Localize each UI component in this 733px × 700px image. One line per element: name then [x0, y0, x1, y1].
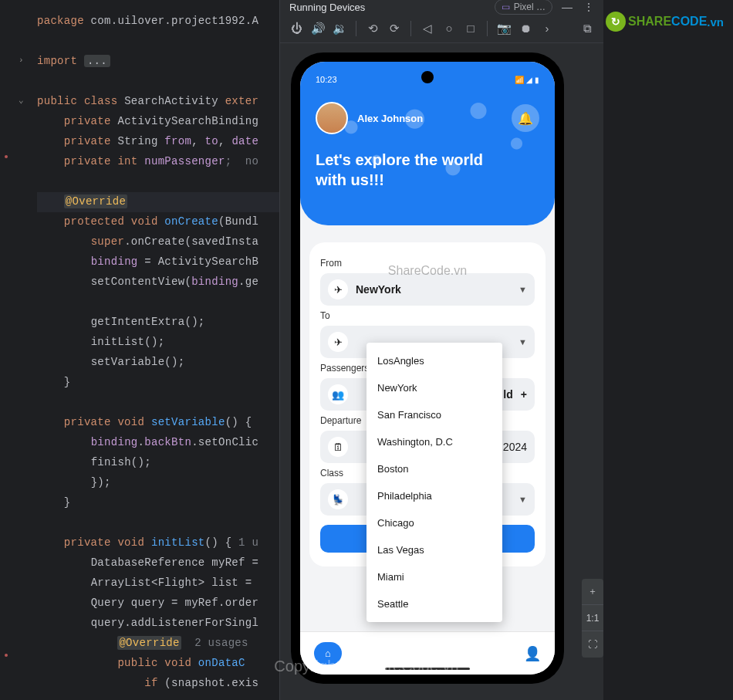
home-indicator [385, 668, 470, 670]
from-value: NewYork [356, 283, 511, 296]
phone-screen[interactable]: 10:23 📶 ◢ ▮ Alex Johnson 🔔 Let's explore… [300, 62, 555, 675]
editor-gutter: › ⌄ [0, 0, 31, 700]
people-icon: 👥 [328, 384, 348, 404]
running-devices-panel: Running Devices ▭ Pixel … ― ⋮ ⏻ 🔊 🔉 ⟲ ⟳ … [279, 0, 603, 700]
calendar-icon: 🗓 [328, 437, 348, 457]
rotate-right-icon[interactable]: ⟳ [387, 22, 401, 36]
home-icon[interactable]: ○ [442, 22, 456, 35]
username: Alex Johnson [357, 113, 423, 124]
volume-down-icon[interactable]: 🔉 [333, 22, 346, 36]
zoom-controls: ＋ 1:1 ⛶ [582, 579, 603, 658]
dropdown-item[interactable]: Chicago [366, 509, 502, 536]
chevron-down-icon: ▼ [519, 495, 527, 504]
record-icon[interactable]: ⏺ [519, 22, 532, 35]
device-tab[interactable]: ▭ Pixel … [495, 0, 552, 15]
nav-home-button[interactable]: ⌂ [314, 642, 342, 664]
rotate-left-icon[interactable]: ⟲ [366, 22, 380, 36]
bottom-nav: ⌂ 👤 [300, 631, 555, 675]
home-icon: ⌂ [325, 648, 331, 659]
phone-camera-notch [421, 71, 434, 83]
from-input[interactable]: ✈ NewYork ▼ [320, 273, 535, 306]
breakpoint-marker[interactable] [5, 654, 8, 657]
notification-button[interactable]: 🔔 [512, 104, 539, 132]
dropdown-item[interactable]: Seattle [366, 590, 502, 617]
devices-title: Running Devices [289, 2, 495, 13]
power-icon[interactable]: ⏻ [289, 22, 303, 35]
dropdown-item[interactable]: Las Vegas [366, 536, 502, 563]
volume-up-icon[interactable]: 🔊 [311, 22, 325, 36]
status-icons: 📶 ◢ ▮ [515, 76, 539, 84]
dropdown-item[interactable]: NewYork [366, 374, 502, 401]
breakpoint-marker[interactable] [5, 155, 8, 158]
seat-icon: 💺 [328, 489, 348, 509]
fold-icon[interactable]: › [19, 52, 24, 68]
device-tab-label: Pixel … [514, 2, 546, 12]
phone-frame: 10:23 📶 ◢ ▮ Alex Johnson 🔔 Let's explore… [291, 52, 564, 684]
back-icon[interactable]: ◁ [421, 22, 434, 36]
plus-icon[interactable]: + [521, 388, 527, 401]
from-label: From [320, 258, 535, 269]
dropdown-item[interactable]: San Francisco [366, 401, 502, 428]
status-time: 10:23 [316, 75, 337, 84]
overview-icon[interactable]: □ [464, 22, 478, 35]
minimize-icon[interactable]: ― [562, 1, 573, 13]
zoom-fit-button[interactable]: ⛶ [582, 631, 603, 658]
dropdown-item[interactable]: LosAngles [366, 347, 502, 374]
devices-header: Running Devices ▭ Pixel … ― ⋮ [280, 0, 603, 14]
app-header: 10:23 📶 ◢ ▮ Alex Johnson 🔔 Let's explore… [300, 62, 555, 225]
dropdown-item[interactable]: Philadelphia [366, 482, 502, 509]
chevron-down-icon: ▼ [519, 285, 527, 294]
zoom-ratio-button[interactable]: 1:1 [582, 605, 603, 631]
chevron-down-icon: ▼ [519, 337, 527, 347]
device-toolbar: ⏻ 🔊 🔉 ⟲ ⟳ ◁ ○ □ 📷 ⏺ › ⧉ [280, 14, 603, 43]
fold-icon[interactable]: ⌄ [19, 93, 24, 108]
plane-depart-icon: ✈ [328, 279, 348, 299]
sharecode-icon: ↻ [606, 12, 626, 32]
more-icon[interactable]: ⋮ [583, 1, 594, 13]
settings-icon[interactable]: ⧉ [580, 22, 594, 36]
dropdown-item[interactable]: Washington, D.C [366, 428, 502, 455]
to-label: To [320, 310, 535, 321]
avatar[interactable] [316, 102, 348, 134]
zoom-in-button[interactable]: ＋ [582, 579, 603, 605]
city-dropdown: LosAngles NewYork San Francisco Washingt… [366, 343, 502, 622]
headline: Let's explore the world with us!!! [316, 150, 539, 190]
sharecode-logo: ↻ SHARECODE.vn [606, 12, 724, 32]
dropdown-item[interactable]: Miami [366, 563, 502, 590]
dropdown-item[interactable]: Boston [366, 455, 502, 482]
device-icon: ▭ [502, 2, 510, 12]
screenshot-icon[interactable]: 📷 [497, 22, 511, 36]
bell-icon: 🔔 [518, 111, 533, 126]
forward-icon[interactable]: › [540, 22, 554, 35]
search-card: ShareCode.vn From ✈ NewYork ▼ To ✈ ▼ Los… [309, 242, 546, 566]
nav-profile-button[interactable]: 👤 [524, 645, 541, 662]
plane-arrive-icon: ✈ [328, 332, 348, 352]
